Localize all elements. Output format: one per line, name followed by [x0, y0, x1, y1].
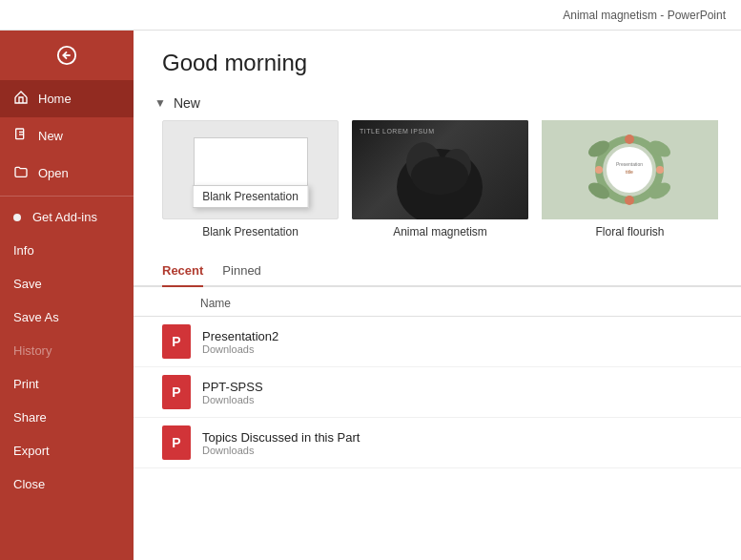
tab-pinned[interactable]: Pinned	[222, 256, 260, 285]
file-info-topics: Topics Discussed in this Part Downloads	[202, 430, 360, 456]
svg-point-8	[411, 156, 468, 195]
sidebar-item-close-label: Close	[13, 477, 45, 491]
new-section-header: ▼ New	[134, 88, 741, 120]
tab-recent-label: Recent	[162, 263, 203, 278]
tab-pinned-label: Pinned	[222, 263, 260, 278]
sidebar-item-get-add-ins-label: Get Add-ins	[32, 210, 97, 224]
file-info-ppt-spss: PPT-SPSS Downloads	[202, 380, 263, 405]
divider-1	[0, 196, 134, 197]
tabs-row: Recent Pinned	[134, 256, 741, 287]
templates-row: Blank Presentation Blank Presentation TI…	[134, 120, 741, 256]
sidebar-item-export[interactable]: Export	[0, 434, 134, 467]
sidebar-item-save-as-label: Save As	[13, 310, 59, 324]
floral-label: Floral flourish	[595, 225, 664, 239]
back-button[interactable]	[0, 31, 134, 80]
open-icon	[13, 164, 29, 182]
animal-label: Animal magnetism	[393, 225, 487, 239]
animal-thumb: TITLE LOREM IPSUM	[352, 120, 528, 219]
sidebar-item-close[interactable]: Close	[0, 467, 134, 501]
file-row-ppt-spss[interactable]: PPT-SPSS Downloads	[134, 367, 741, 418]
file-name-topics: Topics Discussed in this Part	[202, 430, 360, 445]
sidebar-item-print[interactable]: Print	[0, 367, 134, 401]
chevron-down-icon: ▼	[154, 96, 166, 110]
sidebar-item-home-label: Home	[38, 92, 72, 106]
svg-point-20	[595, 166, 603, 174]
sidebar-item-share[interactable]: Share	[0, 401, 134, 434]
template-animal[interactable]: TITLE LOREM IPSUM Animal magnetism	[352, 120, 528, 239]
file-name-ppt-spss: PPT-SPSS	[202, 380, 263, 394]
new-section-label: New	[174, 95, 200, 111]
file-row-presentation2[interactable]: Presentation2 Downloads	[134, 317, 741, 367]
sidebar-item-save-label: Save	[13, 277, 42, 291]
sidebar-item-new-label: New	[38, 129, 63, 143]
file-row-topics[interactable]: Topics Discussed in this Part Downloads	[134, 418, 741, 468]
home-icon	[13, 90, 29, 108]
sidebar-item-save[interactable]: Save	[0, 267, 134, 301]
file-location-ppt-spss: Downloads	[202, 394, 263, 405]
template-blank[interactable]: Blank Presentation Blank Presentation	[162, 120, 339, 239]
sidebar-item-open[interactable]: Open	[0, 155, 134, 192]
sidebar: Home New Open	[0, 31, 134, 560]
sidebar-item-save-as[interactable]: Save As	[0, 301, 134, 334]
sidebar-item-info[interactable]: Info	[0, 234, 134, 267]
greeting: Good morning	[134, 31, 741, 88]
sidebar-item-history: History	[0, 334, 134, 367]
floral-svg: Presentation title	[542, 120, 718, 219]
ppt-icon-ppt-spss	[162, 375, 191, 409]
sidebar-item-info-label: Info	[13, 243, 34, 258]
sidebar-item-export-label: Export	[13, 444, 50, 458]
svg-text:Presentation: Presentation	[616, 161, 643, 167]
titlebar-text: Animal magnetism - PowerPoint	[563, 9, 726, 22]
sidebar-item-print-label: Print	[13, 377, 39, 391]
file-name-col-header: Name	[200, 297, 231, 310]
svg-text:title: title	[626, 169, 633, 175]
ppt-icon-presentation2	[162, 324, 191, 359]
sidebar-item-open-label: Open	[38, 166, 69, 180]
blank-tooltip: Blank Presentation	[192, 185, 309, 208]
back-icon	[56, 45, 77, 66]
animal-dog-svg	[352, 120, 528, 219]
files-header: Name	[134, 287, 741, 317]
sidebar-item-history-label: History	[13, 343, 51, 358]
sidebar-item-share-label: Share	[13, 410, 47, 425]
blank-label: Blank Presentation	[202, 225, 298, 239]
template-floral[interactable]: Presentation title Floral flourish	[542, 120, 718, 239]
svg-point-21	[656, 166, 664, 174]
floral-thumb: Presentation title	[542, 120, 718, 219]
titlebar: Animal magnetism - PowerPoint	[0, 0, 741, 31]
animal-dog-bg: TITLE LOREM IPSUM	[352, 120, 528, 219]
file-location-presentation2: Downloads	[202, 343, 278, 355]
ppt-icon-topics	[162, 425, 191, 460]
file-name-presentation2: Presentation2	[202, 329, 278, 343]
file-location-topics: Downloads	[202, 445, 360, 456]
sidebar-item-new[interactable]: New	[0, 117, 134, 155]
file-info-presentation2: Presentation2 Downloads	[202, 329, 278, 355]
svg-point-18	[625, 135, 634, 144]
main-content: Good morning ▼ New Blank Presentation Bl…	[134, 31, 741, 560]
sidebar-item-home[interactable]: Home	[0, 80, 134, 117]
new-icon	[13, 127, 29, 145]
tab-recent[interactable]: Recent	[162, 256, 203, 285]
svg-point-19	[625, 196, 634, 205]
dot-icon	[13, 214, 21, 221]
sidebar-item-get-add-ins[interactable]: Get Add-ins	[0, 200, 134, 234]
